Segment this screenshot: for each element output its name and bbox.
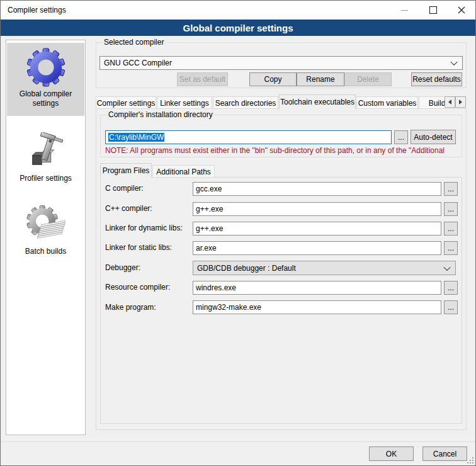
sidebar-label-global: Global compiler settings [7,89,84,108]
install-dir-legend: Compiler's installation directory [106,110,215,119]
dynamic-linker-value: g++.exe [196,224,223,233]
close-icon [458,6,465,14]
tab-build-options[interactable]: Build options [419,96,445,109]
main-tabstrip: Compiler settings Linker settings Search… [96,94,445,109]
arrow-left-icon [448,99,451,105]
tab-program-files[interactable]: Program Files [100,163,152,178]
cpp-compiler-input[interactable]: g++.exe [193,202,441,216]
make-program-label: Make program: [105,303,156,312]
resource-compiler-label: Resource compiler: [105,283,170,292]
c-compiler-browse-button[interactable]: ... [444,182,458,196]
static-linker-input[interactable]: ar.exe [193,241,441,255]
tab-toolchain-executables[interactable]: Toolchain executables [279,94,356,109]
tab-scroll-left-button[interactable] [445,96,455,108]
cpp-compiler-value: g++.exe [196,205,223,213]
static-linker-browse-button[interactable]: ... [444,241,458,255]
selected-compiler-legend: Selected compiler [101,38,166,47]
install-dir-input[interactable]: C:\raylib\MinGW [105,130,392,144]
debugger-label: Debugger: [105,263,140,272]
dynamic-linker-label: Linker for dynamic libs: [105,224,183,232]
c-compiler-value: gcc.exe [196,185,222,193]
resource-compiler-input[interactable]: windres.exe [193,281,441,295]
cpp-compiler-browse-button[interactable]: ... [444,202,458,216]
maximize-icon [429,6,437,14]
blue-gear-icon [7,43,84,87]
close-button[interactable] [447,1,475,20]
settings-sidebar: Global compiler settings [6,40,86,435]
delete-button[interactable]: Delete [344,72,392,86]
window-title: Compiler settings [8,6,66,14]
c-compiler-input[interactable]: gcc.exe [193,182,441,196]
static-linker-value: ar.exe [196,244,217,253]
dynamic-linker-input[interactable]: g++.exe [193,222,441,236]
resource-compiler-value: windres.exe [196,283,236,292]
program-tabstrip: Program Files Additional Paths [100,163,352,178]
sidebar-label-batch: Batch builds [7,247,84,256]
debugger-value: GDB/CDB debugger : Default [197,264,296,273]
make-program-value: mingw32-make.exe [196,303,261,312]
dynamic-linker-browse-button[interactable]: ... [444,222,458,236]
tab-compiler-settings[interactable]: Compiler settings [96,96,156,109]
tab-search-directories[interactable]: Search directories [213,96,278,109]
rename-button[interactable]: Rename [297,72,344,86]
make-program-browse-button[interactable]: ... [444,300,458,314]
set-as-default-button[interactable]: Set as default [177,72,228,86]
compiler-select-value: GNU GCC Compiler [104,59,172,67]
install-dir-selected-text: C:\raylib\MinGW [108,133,164,142]
resize-grip[interactable] [467,457,473,463]
tab-linker-settings[interactable]: Linker settings [157,96,212,109]
make-program-input[interactable]: mingw32-make.exe [193,300,441,314]
reset-defaults-button[interactable]: Reset defaults [411,72,462,86]
sidebar-label-profiler: Profiler settings [7,174,84,183]
compiler-settings-dialog: Compiler settings Global compiler settin… [0,0,476,466]
install-dir-browse-button[interactable]: ... [394,130,408,144]
compiler-select[interactable]: GNU GCC Compiler [99,56,463,70]
ok-button[interactable]: OK [369,446,414,461]
title-bar[interactable]: Compiler settings [1,1,475,20]
minimize-button[interactable] [390,1,419,20]
sidebar-item-batch-builds[interactable]: Batch builds [7,200,84,270]
minimize-icon [401,10,408,11]
cpp-compiler-label: C++ compiler: [105,204,152,213]
static-linker-label: Linker for static libs: [105,243,172,252]
tab-additional-paths[interactable]: Additional Paths [152,165,215,178]
chevron-down-icon [443,263,450,270]
tab-custom-variables[interactable]: Custom variables [356,96,418,109]
maximize-button[interactable] [419,1,447,20]
debugger-select[interactable]: GDB/CDB debugger : Default [193,261,456,275]
arrow-right-icon [459,99,462,105]
sidebar-item-profiler-settings[interactable]: Profiler settings [7,127,84,196]
resource-compiler-browse-button[interactable]: ... [444,281,458,295]
dialog-banner: Global compiler settings [1,20,475,36]
install-dir-note: NOTE: All programs must exist either in … [105,146,462,155]
auto-detect-button[interactable]: Auto-detect [411,130,456,144]
cancel-button[interactable]: Cancel [422,446,467,461]
caliper-icon [7,127,84,171]
gray-gear-stack-icon [7,200,84,244]
copy-button[interactable]: Copy [249,72,297,86]
footer-separator [1,441,475,442]
sidebar-item-global-compiler-settings[interactable]: Global compiler settings [7,43,84,116]
chevron-down-icon [450,59,457,65]
tab-scroll-right-button[interactable] [455,96,466,108]
c-compiler-label: C compiler: [105,184,144,193]
